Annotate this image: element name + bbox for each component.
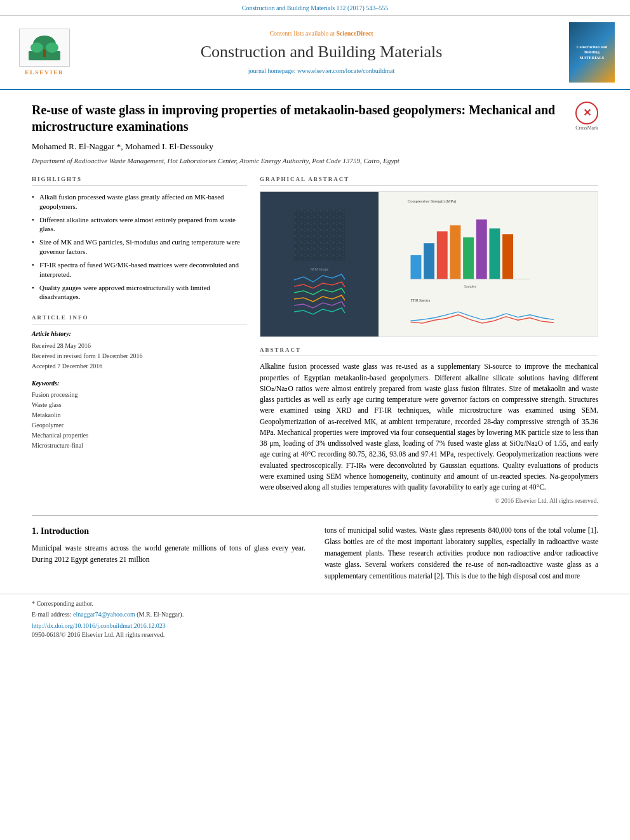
received-revised-date: Received in revised form 1 December 2016 xyxy=(32,351,247,361)
svg-rect-18 xyxy=(463,237,474,279)
crossmark-icon: ✕ xyxy=(575,102,598,124)
svg-rect-14 xyxy=(410,255,421,279)
science-direct-link[interactable]: ScienceDirect xyxy=(336,30,373,37)
svg-text:Samples: Samples xyxy=(464,284,476,288)
article-info-section: ARTICLE INFO Article history: Received 2… xyxy=(32,314,247,451)
affiliation: Department of Radioactive Waste Manageme… xyxy=(32,156,598,166)
article-footer: * Corresponding author. E-mail address: … xyxy=(0,594,630,647)
graphical-abstract-section: GRAPHICAL ABSTRACT xyxy=(260,175,598,337)
svg-rect-20 xyxy=(489,229,500,279)
svg-rect-21 xyxy=(502,234,513,279)
keywords-block: Keywords: Fusion processing Waste glass … xyxy=(32,379,247,451)
graphical-abstract-content: SEM image xyxy=(260,192,598,337)
elsevier-text: ELSEVIER xyxy=(25,69,64,77)
journal-reference-bar: Construction and Building Materials 132 … xyxy=(0,0,630,16)
journal-reference-text: Construction and Building Materials 132 … xyxy=(242,4,389,11)
journal-header: ELSEVIER Contents lists available at Sci… xyxy=(0,16,630,90)
left-column: HIGHLIGHTS Alkali fusion processed waste… xyxy=(32,175,247,505)
keywords-label: Keywords: xyxy=(32,379,247,388)
highlights-section: HIGHLIGHTS Alkali fusion processed waste… xyxy=(32,175,247,304)
accepted-date: Accepted 7 December 2016 xyxy=(32,361,247,371)
ga-sem-image: SEM image xyxy=(291,207,348,321)
intro-title: 1. Introduction xyxy=(32,525,305,538)
doi-url[interactable]: http://dx.doi.org/10.1016/j.conbuildmat.… xyxy=(32,622,166,629)
journal-homepage: journal homepage: www.elsevier.com/locat… xyxy=(76,67,566,76)
crossmark-label: CrossMark xyxy=(575,124,598,131)
abstract-header: ABSTRACT xyxy=(260,346,598,357)
intro-col-left: 1. Introduction Municipal waste streams … xyxy=(32,525,305,582)
elsevier-logo-svg xyxy=(25,32,64,63)
homepage-url[interactable]: www.elsevier.com/locate/conbuildmat xyxy=(297,67,394,74)
header-center: Contents lists available at ScienceDirec… xyxy=(76,29,566,75)
keywords-list: Fusion processing Waste glass Metakaolin… xyxy=(32,390,247,451)
journal-cover-area: Construction and Building MATERIALS xyxy=(566,22,617,83)
svg-point-3 xyxy=(46,43,58,53)
doi-line: http://dx.doi.org/10.1016/j.conbuildmat.… xyxy=(32,622,598,630)
footnote-corresponding: * Corresponding author. xyxy=(32,599,598,608)
introduction-section: 1. Introduction Municipal waste streams … xyxy=(32,525,598,582)
crossmark-area: ✕ CrossMark xyxy=(575,102,598,131)
ga-left-panel: SEM image xyxy=(260,192,379,337)
intro-col-right: tons of municipal solid wastes. Waste gl… xyxy=(325,525,598,582)
journal-cover-text: Construction and Building MATERIALS xyxy=(572,44,612,60)
author-email[interactable]: elnaggar74@yahoo.com xyxy=(73,611,135,618)
highlight-item: Quality gauges were approved microstruct… xyxy=(32,282,247,305)
svg-text:FTIR Spectra: FTIR Spectra xyxy=(410,298,430,302)
highlight-item: Size of MK and WG particles, Si-modulus … xyxy=(32,236,247,259)
science-direct-label: Contents lists available at ScienceDirec… xyxy=(76,29,566,38)
journal-cover-image: Construction and Building MATERIALS xyxy=(569,22,615,83)
elsevier-logo-area: ELSEVIER xyxy=(13,29,76,77)
graphical-abstract-image: SEM image xyxy=(260,191,598,337)
highlights-header: HIGHLIGHTS xyxy=(32,175,247,186)
intro-text-col2: tons of municipal solid wastes. Waste gl… xyxy=(325,525,598,582)
svg-rect-7 xyxy=(294,210,345,261)
svg-text:SEM image: SEM image xyxy=(311,267,329,271)
intro-text-col1: Municipal waste streams across the world… xyxy=(32,543,305,566)
article-info-header: ARTICLE INFO xyxy=(32,314,247,324)
highlight-item: Alkali fusion processed waste glass grea… xyxy=(32,191,247,214)
abstract-section: ABSTRACT Alkaline fusion processed waste… xyxy=(260,346,598,506)
article-content: Re-use of waste glass in improving prope… xyxy=(0,90,630,594)
svg-rect-15 xyxy=(424,243,434,279)
authors: Mohamed R. El-Naggar *, Mohamed I. El-De… xyxy=(32,141,598,153)
svg-rect-4 xyxy=(43,50,46,57)
ga-right-panel: Compressive Strength (MPa) xyxy=(379,192,598,337)
article-title: Re-use of waste glass in improving prope… xyxy=(32,102,569,135)
svg-point-2 xyxy=(30,43,43,53)
issn-line: 0950-0618/© 2016 Elsevier Ltd. All right… xyxy=(32,630,598,639)
right-column: GRAPHICAL ABSTRACT xyxy=(260,175,598,505)
graphical-abstract-header: GRAPHICAL ABSTRACT xyxy=(260,175,598,186)
ga-chart: Compressive Strength (MPa) xyxy=(382,196,594,333)
copyright-line: © 2016 Elsevier Ltd. All rights reserved… xyxy=(260,497,598,505)
abstract-text: Alkaline fusion processed waste glass wa… xyxy=(260,361,598,493)
highlight-item: Different alkaline activators were almos… xyxy=(32,214,247,237)
received-date: Received 28 May 2016 xyxy=(32,341,247,351)
email-name: (M.R. El-Naggar). xyxy=(137,611,184,618)
highlight-item: FT-IR spectra of fused WG/MK-based matri… xyxy=(32,259,247,282)
authors-text: Mohamed R. El-Naggar *, Mohamed I. El-De… xyxy=(32,142,213,151)
svg-rect-16 xyxy=(437,231,448,279)
elsevier-logo-image xyxy=(19,29,70,67)
article-history: Article history: Received 28 May 2016 Re… xyxy=(32,330,247,371)
svg-text:Compressive Strength (MPa): Compressive Strength (MPa) xyxy=(408,199,457,204)
highlights-and-abstract-row: HIGHLIGHTS Alkali fusion processed waste… xyxy=(32,175,598,505)
footnote-email: E-mail address: elnaggar74@yahoo.com (M.… xyxy=(32,610,598,619)
journal-title: Construction and Building Materials xyxy=(76,41,566,63)
svg-rect-19 xyxy=(476,219,487,279)
history-label: Article history: xyxy=(32,330,247,338)
highlights-list: Alkali fusion processed waste glass grea… xyxy=(32,191,247,304)
svg-rect-17 xyxy=(450,225,460,279)
section-divider xyxy=(32,515,598,516)
title-row: Re-use of waste glass in improving prope… xyxy=(32,102,598,141)
